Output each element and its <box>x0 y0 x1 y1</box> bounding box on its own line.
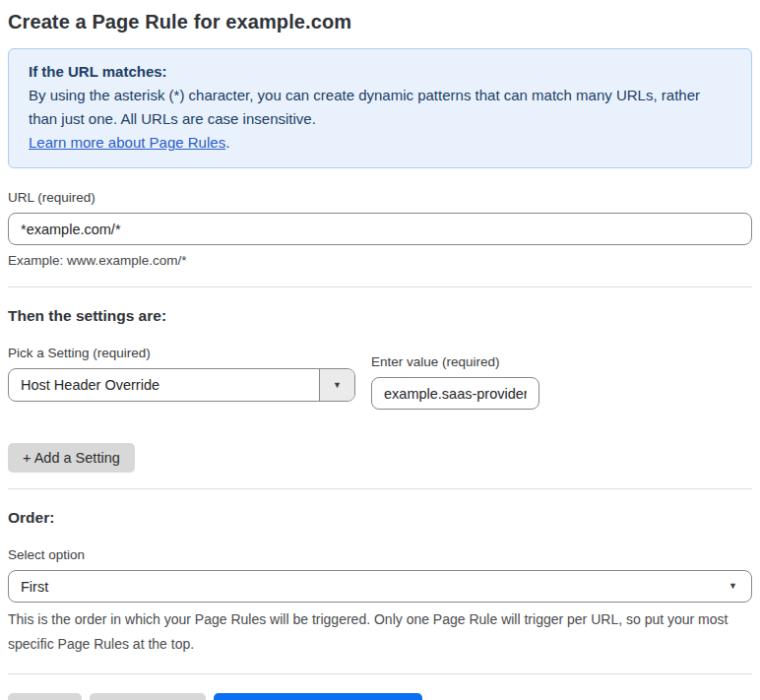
divider <box>8 286 752 287</box>
chevron-down-icon: ▼ <box>728 582 737 591</box>
order-section-heading: Order: <box>8 509 752 527</box>
setting-select-arrow-button[interactable]: ▼ <box>319 369 354 401</box>
page-title: Create a Page Rule for example.com <box>8 11 752 33</box>
url-input[interactable] <box>8 213 752 245</box>
link-period: . <box>225 134 229 151</box>
form-actions: Cancel Save as Draft Save and Deploy Pag… <box>8 693 752 700</box>
divider <box>8 488 752 489</box>
save-draft-button[interactable]: Save as Draft <box>90 693 206 700</box>
info-banner-heading: If the URL matches: <box>29 60 731 84</box>
settings-section-heading: Then the settings are: <box>8 307 752 325</box>
add-setting-button[interactable]: + Add a Setting <box>8 443 135 473</box>
enter-value-label: Enter value (required) <box>371 354 539 369</box>
learn-more-link[interactable]: Learn more about Page Rules <box>29 134 225 151</box>
divider <box>8 673 752 674</box>
url-label: URL (required) <box>8 190 752 205</box>
setting-value-input[interactable] <box>371 377 539 410</box>
url-matches-info-banner: If the URL matches: By using the asteris… <box>8 48 752 168</box>
order-select-value: First <box>21 579 728 595</box>
order-select[interactable]: First ▼ <box>8 570 752 603</box>
create-page-rule-form: Create a Page Rule for example.com If th… <box>0 0 760 700</box>
settings-row: Pick a Setting (required) Host Header Ov… <box>8 346 752 410</box>
pick-setting-label: Pick a Setting (required) <box>8 346 355 360</box>
info-banner-link-line: Learn more about Page Rules. <box>29 131 731 155</box>
pick-setting-group: Pick a Setting (required) Host Header Ov… <box>8 346 355 402</box>
save-deploy-button[interactable]: Save and Deploy Page Rule <box>214 693 422 700</box>
order-select-label: Select option <box>8 547 752 562</box>
enter-value-group: Enter value (required) <box>371 354 539 410</box>
url-field-group: URL (required) Example: www.example.com/… <box>8 190 752 268</box>
info-banner-body: By using the asterisk (*) character, you… <box>29 84 731 131</box>
cancel-button[interactable]: Cancel <box>8 693 82 700</box>
setting-select[interactable]: Host Header Override ▼ <box>8 368 355 402</box>
setting-select-value: Host Header Override <box>9 369 319 401</box>
url-helper-text: Example: www.example.com/* <box>8 253 752 268</box>
chevron-down-icon: ▼ <box>333 381 342 390</box>
order-helper-text: This is the order in which your Page Rul… <box>8 607 736 657</box>
